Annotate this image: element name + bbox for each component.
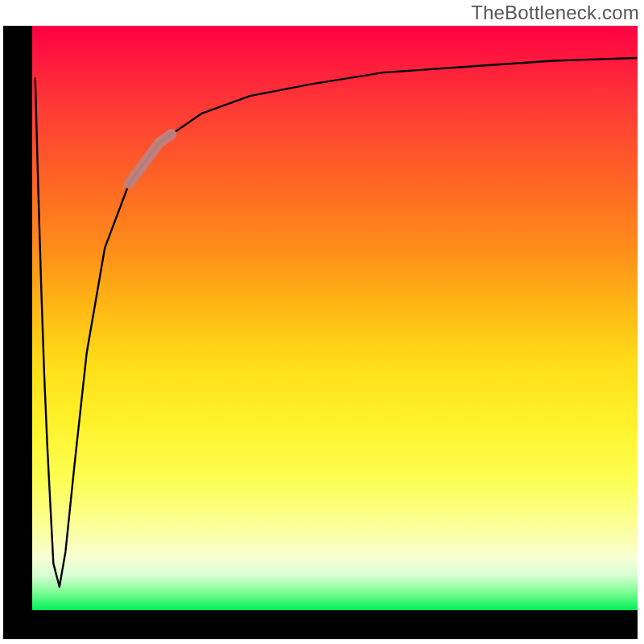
chart-container: TheBottleneck.com [0, 0, 644, 644]
plot-area [32, 26, 638, 610]
bottleneck-curve [35, 58, 638, 587]
x-axis-bar [3, 610, 638, 639]
attribution-label: TheBottleneck.com [471, 2, 639, 24]
y-axis-bar [3, 26, 32, 610]
plot-frame [3, 26, 641, 641]
curve-highlight-segment [129, 134, 171, 184]
curve-layer [32, 26, 638, 610]
